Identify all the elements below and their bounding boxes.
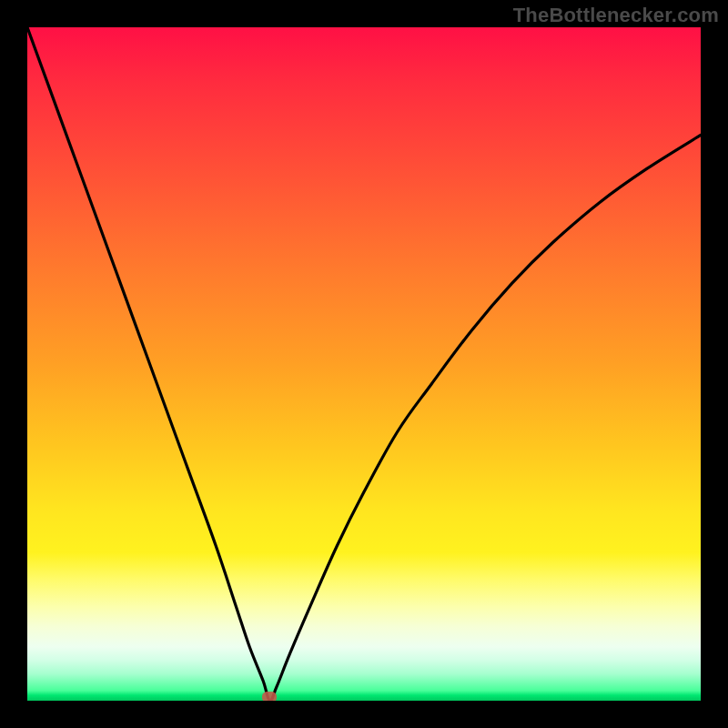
chart-frame: TheBottlenecker.com <box>0 0 728 728</box>
optimum-marker <box>262 692 277 701</box>
plot-area <box>27 27 701 701</box>
watermark-text: TheBottlenecker.com <box>513 4 719 27</box>
bottleneck-curve <box>27 27 701 701</box>
